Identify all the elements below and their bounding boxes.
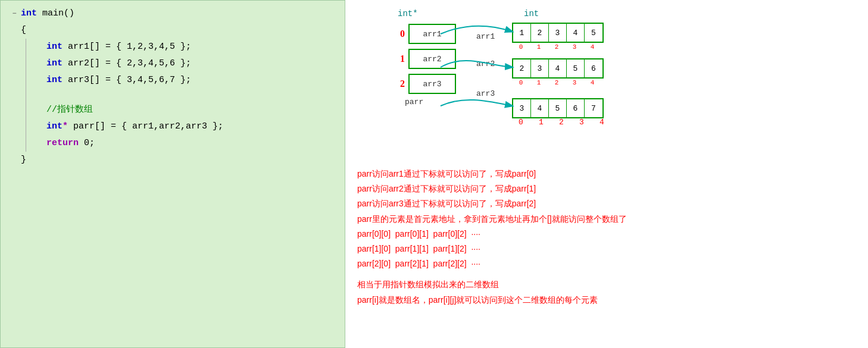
arr1-idx-4: 4 (583, 43, 601, 51)
row-index-1: 1 (393, 54, 405, 64)
diagram-area: int* int 0 arr1 1 arr2 2 ar (357, 6, 856, 161)
arr2-idx-1: 1 (530, 79, 548, 86)
arr1-cell-4: 5 (585, 24, 602, 42)
code-line-2: { (8, 22, 338, 39)
kw-star: * (63, 119, 68, 134)
arr3-indices-row: 0 1 2 3 4 (512, 118, 611, 127)
arr3-cell-3: 6 (567, 99, 585, 117)
arr2-idx-4: 4 (583, 79, 601, 86)
kw-int-ptr: int (46, 119, 63, 134)
mid-label-arr2: arr2 (476, 49, 495, 79)
arr2-cell-3: 5 (567, 59, 585, 77)
parr-cell-0-label: arr1 (423, 30, 441, 39)
parr-cell-2-label: arr3 (423, 80, 441, 89)
code-line-arr1: int arr1[] = { 1,2,3,4,5 }; (33, 39, 338, 55)
kw-return: return (46, 136, 79, 151)
comment-text: //指针数组 (46, 102, 93, 118)
arr2-decl: arr2[] = { 2,3,4,5,6 }; (63, 56, 191, 71)
arr3-bottom-indices: 0 1 2 3 4 (512, 117, 611, 127)
arr2-indices: 0 1 2 3 4 (512, 79, 604, 86)
parr-row-1: 1 arr2 (393, 49, 456, 69)
arr1-group: 1 2 3 4 5 0 1 2 3 4 (512, 23, 604, 51)
parr-row-2: 2 arr3 (393, 74, 456, 94)
arr2-group: 2 3 4 5 6 0 1 2 3 4 (512, 58, 604, 86)
arr1-idx-1: 1 (530, 43, 548, 51)
arr1-cell-1: 2 (531, 24, 549, 42)
code-indent: int arr1[] = { 1,2,3,4,5 }; int arr2[] =… (26, 39, 338, 152)
desc-line-6: parr[2][0] parr[2][1] parr[2][2] ···· (357, 256, 856, 271)
arr2-box: 2 3 4 5 6 (512, 58, 604, 79)
arr1-decl: arr1[] = { 1,2,3,4,5 }; (63, 39, 191, 55)
arr1-cell-3: 4 (567, 24, 585, 42)
code-line-comment: //指针数组 (33, 102, 338, 118)
arr3-cell-2: 5 (549, 99, 567, 117)
desc-line-4: parr[0][0] parr[0][1] parr[0][2] ···· (357, 227, 856, 242)
parr-row-0: 0 arr1 (393, 24, 456, 44)
parr-cell-2: arr3 (408, 74, 456, 94)
arr1-cell-0: 1 (513, 24, 531, 42)
arr3-idx-3: 3 (573, 118, 591, 127)
parr-cell-1: arr2 (408, 49, 456, 69)
brace-open: { (21, 23, 26, 38)
desc-line-0: parr访问arr1通过下标就可以访问了，写成parr[0] (357, 167, 856, 181)
arr3-box: 3 4 5 6 7 (512, 98, 604, 118)
desc-line-2: parr访问arr3通过下标就可以访问了，写成parr[2] (357, 196, 856, 211)
arr3-cell-0: 3 (513, 99, 531, 117)
arr3-decl: arr3[] = { 3,4,5,6,7 }; (63, 73, 191, 88)
kw-int-2: int (46, 56, 63, 71)
desc-line-1: parr访问arr2通过下标就可以访问了，写成parr[1] (357, 181, 856, 196)
arr1-idx-0: 0 (512, 43, 530, 51)
brace-close: } (21, 152, 26, 168)
diagram-panel: int* int 0 arr1 1 arr2 2 ar (345, 0, 868, 348)
arr3-group: 3 4 5 6 7 (512, 98, 604, 118)
arr1-idx-3: 3 (566, 43, 583, 51)
desc-line-7: 相当于用指针数组模拟出来的二维数组 (357, 277, 856, 292)
arr2-idx-2: 2 (548, 79, 566, 86)
keyword-int: int (21, 6, 37, 21)
arr3-idx-0: 0 (512, 118, 530, 127)
parr-decl: parr[] = { arr1,arr2,arr3 }; (68, 119, 223, 134)
code-block: int arr1[] = { 1,2,3,4,5 }; int arr2[] =… (8, 39, 338, 152)
arr2-cell-0: 2 (513, 59, 531, 77)
arr2-cell-1: 3 (531, 59, 549, 77)
arr1-idx-2: 2 (548, 43, 566, 51)
row-index-0: 0 (393, 29, 405, 39)
return-val: 0; (79, 136, 95, 151)
arr2-cell-4: 6 (585, 59, 602, 77)
func-name: main() (37, 6, 74, 21)
arr1-cell-2: 3 (549, 24, 567, 42)
code-line-return: return 0; (33, 135, 338, 152)
code-line-1: − int main() (8, 5, 338, 22)
arr2-idx-3: 3 (566, 79, 583, 86)
arr2-cell-2: 4 (549, 59, 567, 77)
arr2-idx-0: 0 (512, 79, 530, 86)
desc-area: parr访问arr1通过下标就可以访问了，写成parr[0] parr访问arr… (357, 161, 856, 308)
mid-label-arr3: arr3 (476, 79, 495, 108)
mid-label-arr1: arr1 (476, 24, 495, 49)
code-line-arr3: int arr3[] = { 3,4,5,6,7 }; (33, 72, 338, 89)
code-line-blank (33, 89, 338, 102)
parr-cell-0: arr1 (408, 24, 456, 44)
fold-icon[interactable]: − (8, 8, 21, 20)
parr-column: 0 arr1 1 arr2 2 arr3 parr (393, 24, 456, 106)
label-int-star: int* (398, 9, 418, 18)
code-panel: − int main() { int arr1[] = { 1,2,3,4,5 … (0, 0, 345, 348)
parr-bottom-label: parr (405, 98, 456, 106)
arr3-idx-2: 2 (552, 118, 570, 127)
arr3-idx-1: 1 (532, 118, 550, 127)
kw-int-3: int (46, 73, 63, 88)
arr3-cell-4: 7 (585, 99, 602, 117)
row-index-2: 2 (393, 79, 405, 89)
desc-line-3: parr里的元素是首元素地址，拿到首元素地址再加个[]就能访问整个数组了 (357, 212, 856, 227)
arr3-idx-4: 4 (593, 118, 611, 127)
code-line-close: } (8, 152, 338, 168)
kw-int-1: int (46, 39, 63, 55)
arr1-box: 1 2 3 4 5 (512, 23, 604, 43)
label-int: int (524, 9, 539, 18)
desc-line-5: parr[1][0] parr[1][1] parr[1][2] ···· (357, 242, 856, 256)
arr1-indices: 0 1 2 3 4 (512, 43, 604, 51)
parr-cell-1-label: arr2 (423, 55, 441, 64)
arr3-cell-1: 4 (531, 99, 549, 117)
code-line-arr2: int arr2[] = { 2,3,4,5,6 }; (33, 55, 338, 72)
middle-labels: arr1 arr2 arr3 (476, 24, 495, 108)
